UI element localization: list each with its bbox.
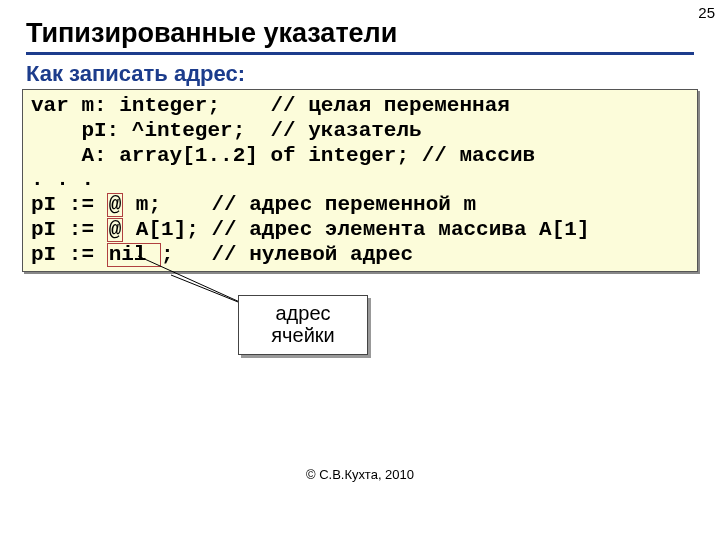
code-line-2: pI: ^integer; // указатель [31, 119, 422, 142]
callout-container: адрес ячейки [238, 295, 368, 355]
page-number: 25 [698, 4, 715, 21]
code-line-3: A: array[1..2] of integer; // массив [31, 144, 535, 167]
code-line-7c: ; // нулевой адрес [161, 243, 413, 266]
code-line-4: . . . [31, 168, 94, 191]
callout-line-2: ячейки [271, 324, 334, 346]
code-block: var m: integer; // целая переменная pI: … [22, 89, 698, 272]
code-content: var m: integer; // целая переменная pI: … [31, 94, 689, 267]
at-symbol-2: @ [107, 218, 124, 242]
callout-line-1: адрес [275, 302, 330, 324]
nil-keyword: nil [107, 243, 161, 267]
subtitle: Как записать адрес: [26, 61, 720, 87]
slide-title: Типизированные указатели [26, 18, 720, 49]
code-line-1: var m: integer; // целая переменная [31, 94, 510, 117]
code-line-5c: m; // адрес переменной m [123, 193, 476, 216]
code-line-7a: pI := [31, 243, 107, 266]
code-line-6a: pI := [31, 218, 107, 241]
at-symbol-1: @ [107, 193, 124, 217]
title-divider [26, 52, 694, 55]
callout-box: адрес ячейки [238, 295, 368, 355]
code-line-5a: pI := [31, 193, 107, 216]
copyright-footer: © С.В.Кухта, 2010 [0, 467, 720, 482]
code-line-6c: A[1]; // адрес элемента массива A[1] [123, 218, 589, 241]
